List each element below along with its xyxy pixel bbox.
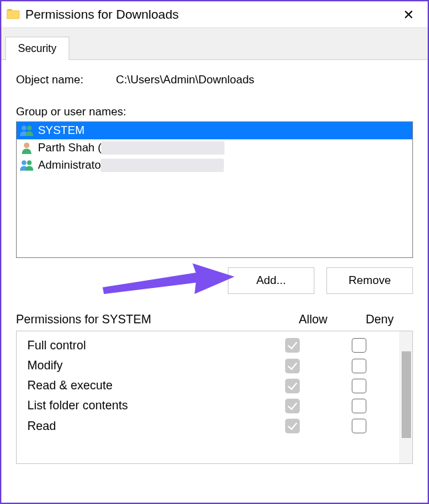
allow-checkbox[interactable] <box>285 379 300 393</box>
perm-name: List folder contents <box>23 399 259 413</box>
deny-checkbox[interactable] <box>352 338 366 353</box>
permissions-dialog: Permissions for Downloads ✕ Security Obj… <box>0 0 429 504</box>
user-row-admins[interactable]: Administrato <box>17 157 412 174</box>
people-icon <box>19 124 34 137</box>
annotation-arrow-icon <box>96 259 236 301</box>
permissions-table: Full control Modify Read & execute List … <box>16 331 413 464</box>
svg-point-1 <box>27 126 32 131</box>
object-name-label: Object name: <box>16 73 116 87</box>
allow-checkbox[interactable] <box>285 359 300 373</box>
permissions-title: Permissions for SYSTEM <box>16 313 280 327</box>
perm-name: Read & execute <box>23 379 259 393</box>
svg-point-3 <box>22 161 27 165</box>
svg-point-0 <box>22 126 27 131</box>
redacted-text <box>101 159 224 172</box>
group-users-label: Group or user names: <box>16 105 413 119</box>
perm-row: Modify <box>23 355 392 375</box>
close-button[interactable]: ✕ <box>396 7 421 23</box>
allow-checkbox[interactable] <box>285 338 300 353</box>
user-name: Parth Shah ( <box>38 141 101 155</box>
object-name-value: C:\Users\Admin\Downloads <box>116 73 413 87</box>
perm-name: Read <box>23 419 259 433</box>
add-button[interactable]: Add... <box>228 267 314 294</box>
people-icon <box>19 159 34 172</box>
permissions-header: Permissions for SYSTEM Allow Deny <box>16 313 413 327</box>
tab-strip: Security <box>1 28 428 60</box>
permissions-list: Full control Modify Read & execute List … <box>17 331 399 463</box>
deny-checkbox[interactable] <box>352 399 366 413</box>
perm-row: Full control <box>23 335 392 355</box>
perm-name: Modify <box>23 359 259 373</box>
redacted-text <box>101 141 224 155</box>
deny-checkbox[interactable] <box>352 379 366 393</box>
content-area: Object name: C:\Users\Admin\Downloads Gr… <box>1 60 428 503</box>
perm-row: List folder contents <box>23 396 392 416</box>
user-name: Administrato <box>38 159 101 172</box>
perm-name: Full control <box>23 339 259 353</box>
user-name: SYSTEM <box>38 124 85 137</box>
allow-checkbox[interactable] <box>285 399 300 413</box>
svg-point-4 <box>27 161 32 165</box>
allow-checkbox[interactable] <box>285 419 300 433</box>
svg-point-2 <box>24 143 29 148</box>
folder-icon <box>7 7 20 21</box>
user-row-system[interactable]: SYSTEM <box>17 122 412 139</box>
deny-column-header: Deny <box>346 313 413 327</box>
button-row: Add... Remove <box>16 267 413 294</box>
remove-button[interactable]: Remove <box>326 267 413 294</box>
titlebar: Permissions for Downloads ✕ <box>1 1 428 28</box>
allow-column-header: Allow <box>280 313 346 327</box>
object-name-row: Object name: C:\Users\Admin\Downloads <box>16 73 413 87</box>
deny-checkbox[interactable] <box>352 419 366 433</box>
window-title: Permissions for Downloads <box>25 7 396 22</box>
person-icon <box>19 141 34 155</box>
perm-row: Read <box>23 416 392 436</box>
scrollbar[interactable] <box>399 331 412 463</box>
deny-checkbox[interactable] <box>352 359 366 373</box>
tab-security[interactable]: Security <box>5 37 69 60</box>
scrollbar-thumb[interactable] <box>402 351 411 438</box>
user-list[interactable]: SYSTEM Parth Shah ( <box>16 121 413 258</box>
user-row-parth[interactable]: Parth Shah ( <box>17 139 412 157</box>
perm-row: Read & execute <box>23 376 392 396</box>
